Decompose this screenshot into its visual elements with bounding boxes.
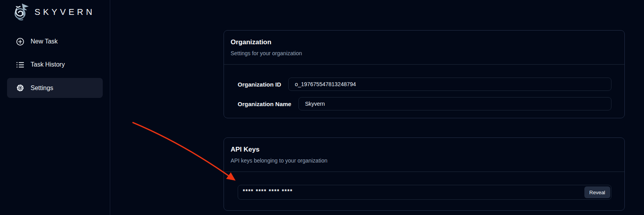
api-key-masked-input[interactable]	[238, 185, 611, 200]
api-keys-card-body: Reveal	[224, 172, 624, 211]
api-keys-card-subtitle: API keys belonging to your organization	[231, 157, 618, 164]
api-keys-card-title: API Keys	[231, 145, 618, 154]
list-icon	[16, 60, 25, 69]
organization-card-subtitle: Settings for your organization	[231, 50, 618, 57]
organization-card-header: Organization Settings for your organizat…	[224, 31, 624, 65]
organization-card: Organization Settings for your organizat…	[224, 30, 625, 118]
organization-card-body: Organization ID Organization Name	[224, 65, 624, 118]
sidebar-item-label: Settings	[31, 85, 53, 92]
api-key-field: Reveal	[238, 185, 611, 200]
sidebar-nav: New Task Task History Settings	[0, 32, 110, 98]
organization-id-row: Organization ID	[238, 78, 611, 91]
organization-card-title: Organization	[231, 38, 618, 47]
sidebar-item-label: Task History	[31, 61, 65, 68]
sidebar-item-label: New Task	[31, 38, 58, 45]
organization-id-label: Organization ID	[238, 81, 281, 88]
skyvern-logo[interactable]: SKYVERN	[0, 0, 110, 22]
sidebar: SKYVERN New Task Task History	[0, 0, 110, 215]
organization-id-input[interactable]	[288, 78, 611, 91]
api-keys-card-header: API Keys API keys belonging to your orga…	[224, 138, 624, 172]
organization-name-row: Organization Name	[238, 97, 611, 110]
plus-circle-icon	[16, 37, 25, 46]
reveal-button[interactable]: Reveal	[584, 186, 610, 198]
sidebar-item-task-history[interactable]: Task History	[7, 55, 103, 74]
organization-name-label: Organization Name	[238, 101, 291, 107]
sidebar-item-new-task[interactable]: New Task	[7, 32, 103, 51]
sidebar-item-settings[interactable]: Settings	[7, 78, 103, 98]
gear-icon	[16, 83, 25, 92]
dragon-logo-icon	[12, 3, 30, 22]
settings-page: Organization Settings for your organizat…	[224, 30, 625, 211]
organization-name-input[interactable]	[298, 97, 611, 110]
api-keys-card: API Keys API keys belonging to your orga…	[224, 137, 625, 211]
brand-name: SKYVERN	[35, 7, 95, 17]
